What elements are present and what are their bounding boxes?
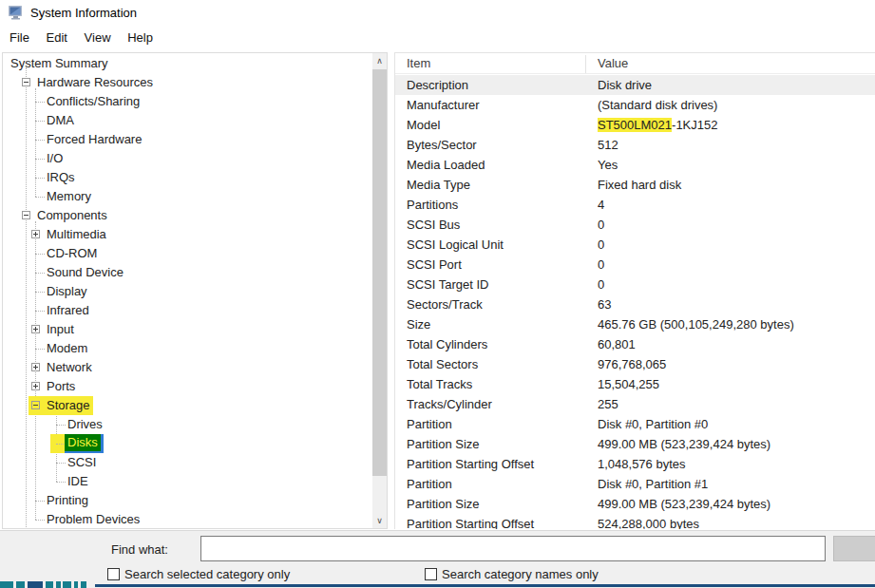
scroll-up-button[interactable]: ∧ xyxy=(372,53,387,68)
scrollbar-thumb[interactable] xyxy=(372,69,387,476)
table-row[interactable]: Partition Size499.00 MB (523,239,424 byt… xyxy=(395,494,875,514)
table-row[interactable]: Media LoadedYes xyxy=(395,155,875,175)
table-row[interactable]: Bytes/Sector512 xyxy=(395,135,875,155)
expand-icon[interactable] xyxy=(31,230,40,238)
table-row[interactable]: Partition Size499.00 MB (523,239,424 byt… xyxy=(395,434,875,454)
tree-item-problem-devices[interactable]: Problem Devices xyxy=(3,510,372,529)
expand-icon[interactable] xyxy=(31,363,40,371)
table-row[interactable]: Manufacturer(Standard disk drives) xyxy=(395,95,875,115)
tree-item-i-o[interactable]: I/O xyxy=(3,149,372,168)
table-row[interactable]: Partition Starting Offset524,288,000 byt… xyxy=(395,514,875,529)
table-row[interactable]: DescriptionDisk drive xyxy=(395,75,875,95)
column-header-item[interactable]: Item xyxy=(407,56,430,70)
tree-item-forced-hardware[interactable]: Forced Hardware xyxy=(3,130,372,149)
tree-item-display[interactable]: Display xyxy=(3,282,372,301)
find-input[interactable] xyxy=(200,536,826,561)
item-cell: Description xyxy=(407,75,468,95)
collapse-icon[interactable] xyxy=(22,211,30,219)
tree-item-sound-device[interactable]: Sound Device xyxy=(3,263,372,282)
tree-item-drives[interactable]: Drives xyxy=(3,415,372,434)
tree-item-cd-rom[interactable]: CD-ROM xyxy=(3,244,372,263)
tree-item-label: Sound Device xyxy=(44,263,126,282)
item-cell: Bytes/Sector xyxy=(407,135,477,155)
tree-item-input[interactable]: Input xyxy=(3,320,372,339)
tree-item-label: Printing xyxy=(44,491,91,510)
tree-item-conflicts-sharing[interactable]: Conflicts/Sharing xyxy=(3,92,372,111)
scroll-down-button[interactable]: ∨ xyxy=(372,513,387,528)
table-row[interactable]: Total Sectors976,768,065 xyxy=(395,354,875,374)
find-button[interactable] xyxy=(833,536,875,561)
tree-item-memory[interactable]: Memory xyxy=(3,187,372,206)
tree-item-network[interactable]: Network xyxy=(3,358,372,377)
expand-icon[interactable] xyxy=(31,382,40,390)
search-category-names-label: Search category names only xyxy=(442,567,599,581)
value-cell: 976,768,065 xyxy=(598,354,666,374)
item-cell: Partition Starting Offset xyxy=(407,514,534,529)
value-cell: Disk #0, Partition #0 xyxy=(598,414,708,434)
tree-item-irqs[interactable]: IRQs xyxy=(3,168,372,187)
tree-item-ide[interactable]: IDE xyxy=(3,472,372,491)
tree-item-label: Hardware Resources xyxy=(34,73,156,92)
bottom-fragment xyxy=(16,581,25,588)
tree-item-ports[interactable]: Ports xyxy=(3,377,372,396)
value-cell: 0 xyxy=(598,255,604,275)
search-selected-category-checkbox[interactable] xyxy=(107,568,120,580)
table-row[interactable]: Partition Starting Offset1,048,576 bytes xyxy=(395,454,875,474)
table-row[interactable]: SCSI Port0 xyxy=(395,255,875,275)
table-row[interactable]: Sectors/Track63 xyxy=(395,294,875,314)
tree-item-storage[interactable]: Storage xyxy=(3,396,372,415)
item-cell: SCSI Bus xyxy=(407,215,460,235)
collapse-icon[interactable] xyxy=(22,78,30,86)
tree-item-scsi[interactable]: SCSI xyxy=(3,453,372,472)
details-header: Item Value xyxy=(395,53,875,74)
tree-item-label: Memory xyxy=(44,187,94,206)
tree-item-infrared[interactable]: Infrared xyxy=(3,301,372,320)
menu-edit[interactable]: Edit xyxy=(40,26,74,48)
bottom-edge-bar xyxy=(95,584,875,587)
menu-view[interactable]: View xyxy=(78,26,118,48)
tree-item-label: CD-ROM xyxy=(44,244,100,263)
table-row[interactable]: Total Tracks15,504,255 xyxy=(395,374,875,394)
tree-item-modem[interactable]: Modem xyxy=(3,339,372,358)
table-row[interactable]: PartitionDisk #0, Partition #1 xyxy=(395,474,875,494)
tree-item-multimedia[interactable]: Multimedia xyxy=(3,225,372,244)
item-cell: Media Loaded xyxy=(407,155,485,175)
tree-item-label: Network xyxy=(44,358,95,377)
tree-item-system-summary[interactable]: System Summary xyxy=(3,54,372,73)
tree-item-dma[interactable]: DMA xyxy=(3,111,372,130)
tree-item-printing[interactable]: Printing xyxy=(3,491,372,510)
table-row[interactable]: SCSI Target ID0 xyxy=(395,275,875,294)
table-row[interactable]: Size465.76 GB (500,105,249,280 bytes) xyxy=(395,314,875,334)
search-category-names-checkbox[interactable] xyxy=(425,568,437,580)
menu-file[interactable]: File xyxy=(3,26,36,48)
value-cell: 15,504,255 xyxy=(598,374,659,394)
table-row[interactable]: Total Cylinders60,801 xyxy=(395,334,875,354)
title-bar: System Information xyxy=(0,0,875,26)
table-row[interactable]: Tracks/Cylinder255 xyxy=(395,394,875,414)
table-row[interactable]: Partitions4 xyxy=(395,195,875,215)
table-row[interactable]: ModelST500LM021-1KJ152 xyxy=(395,115,875,135)
tree-item-disks[interactable]: Disks xyxy=(3,434,372,453)
table-row[interactable]: Media TypeFixed hard disk xyxy=(395,175,875,195)
tree-item-hardware-resources[interactable]: Hardware Resources xyxy=(3,73,372,92)
tree-scrollbar[interactable]: ∧ ∨ xyxy=(372,53,387,528)
item-cell: Partition Size xyxy=(407,494,480,514)
value-cell: 60,801 xyxy=(598,334,636,354)
table-row[interactable]: SCSI Logical Unit0 xyxy=(395,235,875,255)
tree-item-label: IDE xyxy=(65,472,91,491)
tree-item-label: Input xyxy=(44,320,77,339)
column-separator[interactable] xyxy=(585,55,586,73)
value-cell: (Standard disk drives) xyxy=(598,95,717,115)
find-bar: Find what: Search selected category only… xyxy=(0,530,875,588)
item-cell: Sectors/Track xyxy=(407,294,483,314)
table-row[interactable]: SCSI Bus0 xyxy=(395,215,875,235)
table-row[interactable]: PartitionDisk #0, Partition #0 xyxy=(395,414,875,434)
menu-help[interactable]: Help xyxy=(121,26,160,48)
collapse-icon[interactable] xyxy=(31,401,40,409)
value-cell: Disk drive xyxy=(598,75,652,95)
item-cell: Model xyxy=(407,115,440,135)
expand-icon[interactable] xyxy=(31,325,40,333)
column-header-value[interactable]: Value xyxy=(598,56,628,70)
item-cell: Size xyxy=(407,314,430,334)
tree-item-components[interactable]: Components xyxy=(3,206,372,225)
